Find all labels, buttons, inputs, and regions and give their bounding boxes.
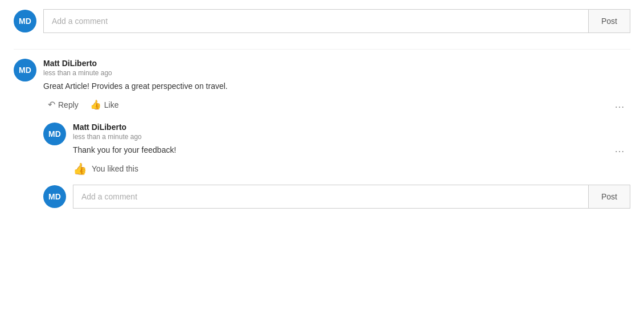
top-comment-input[interactable] xyxy=(43,9,588,33)
liked-thumb-icon: 👍 xyxy=(73,162,87,176)
reply-more-options-button[interactable]: … xyxy=(610,123,630,176)
top-post-button[interactable]: Post xyxy=(588,9,630,33)
reply-text: Thank you for your feedback! xyxy=(73,144,603,156)
top-divider xyxy=(14,49,630,50)
comment-header: Matt DiLiberto less than a minute ago xyxy=(43,59,630,77)
comment-main-content: Matt DiLiberto less than a minute ago Gr… xyxy=(43,59,630,111)
commenter-name: Matt DiLiberto xyxy=(43,59,630,68)
comment-item: MD Matt DiLiberto less than a minute ago… xyxy=(14,59,630,111)
page-container: MD Post MD Matt DiLiberto less than a mi… xyxy=(0,0,644,234)
reply-button[interactable]: ↶ Reply xyxy=(43,98,83,111)
reply-header: Matt DiLiberto less than a minute ago xyxy=(73,123,603,141)
reply-avatar: MD xyxy=(43,123,66,145)
comment-text: Great Article! Provides a great perspect… xyxy=(43,80,630,92)
reply-author-name: Matt DiLiberto xyxy=(73,123,603,132)
top-comment-input-wrapper: Post xyxy=(43,9,630,33)
liked-text: You liked this xyxy=(92,164,138,173)
top-avatar: MD xyxy=(14,10,36,32)
reply-item: MD Matt DiLiberto less than a minute ago… xyxy=(43,123,630,176)
like-button[interactable]: 👍 Like xyxy=(85,98,124,111)
reply-input-wrapper: Post xyxy=(73,185,630,209)
like-icon: 👍 xyxy=(90,99,101,110)
reply-label: Reply xyxy=(58,100,79,109)
comment-actions: ↶ Reply 👍 Like … xyxy=(43,98,630,111)
liked-indicator: 👍 You liked this xyxy=(73,162,603,176)
more-options-button[interactable]: … xyxy=(610,99,630,111)
like-label: Like xyxy=(104,100,119,109)
reply-input-avatar: MD xyxy=(43,185,66,208)
reply-section: MD Matt DiLiberto less than a minute ago… xyxy=(43,123,630,209)
reply-timestamp: less than a minute ago xyxy=(73,133,603,141)
reply-icon: ↶ xyxy=(48,99,55,110)
reply-input-row: MD Post xyxy=(43,185,630,209)
reply-post-button[interactable]: Post xyxy=(588,185,630,209)
top-comment-input-row: MD Post xyxy=(14,9,630,33)
reply-body: Matt DiLiberto less than a minute ago Th… xyxy=(73,123,603,176)
comment-avatar: MD xyxy=(14,59,36,81)
comment-timestamp: less than a minute ago xyxy=(43,69,630,77)
reply-comment-input[interactable] xyxy=(73,185,588,209)
